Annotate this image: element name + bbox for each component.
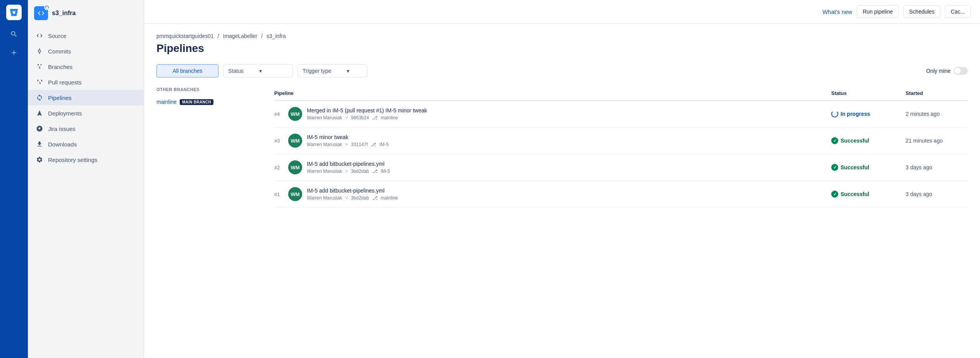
sidebar-item-pipelines[interactable]: Pipelines bbox=[28, 90, 144, 105]
sidebar-item-label-repository-settings: Repository settings bbox=[48, 157, 98, 163]
breadcrumb-sep1: / bbox=[218, 33, 221, 39]
table-row: #4 WM Merged in IM-5 (pull request #1) I… bbox=[274, 101, 968, 127]
breadcrumb-sep2: / bbox=[261, 33, 264, 39]
branch-icon-2: ⎇ bbox=[372, 169, 378, 174]
pipeline-title-4[interactable]: Merged in IM-5 (pull request #1) IM-5 mi… bbox=[307, 107, 827, 114]
th-status: Status bbox=[831, 90, 901, 96]
sidebar-item-downloads[interactable]: Downloads bbox=[28, 136, 144, 152]
commit-icon-2: ⑂ bbox=[345, 169, 348, 174]
pipelines-icon bbox=[36, 94, 43, 102]
sidebar-item-deployments[interactable]: Deployments bbox=[28, 105, 144, 121]
commit-3: 331147f bbox=[351, 142, 368, 147]
page-title: Pipelines bbox=[156, 42, 968, 55]
pipeline-info-1: #1 WM IM-5 add bitbucket-pipelines.yml W… bbox=[274, 187, 827, 201]
pipelines-table: Pipeline Status Started #4 WM Merged in … bbox=[274, 87, 968, 208]
search-icon-rail[interactable] bbox=[6, 26, 22, 42]
whats-new-link[interactable]: What's new bbox=[822, 9, 852, 15]
status-cell-1: ✓ Successful bbox=[831, 191, 901, 198]
breadcrumb: pmmquickstartguides01 / ImageLabeller / … bbox=[156, 33, 968, 39]
branch-link-mainline[interactable]: mainline bbox=[156, 99, 177, 105]
run-pipeline-button[interactable]: Run pipeline bbox=[857, 5, 899, 18]
status-label-4: In progress bbox=[841, 111, 870, 117]
repo-icon bbox=[34, 6, 48, 20]
sidebar-item-commits[interactable]: Commits bbox=[28, 43, 144, 59]
pipeline-info-4: #4 WM Merged in IM-5 (pull request #1) I… bbox=[274, 107, 827, 121]
commit-icon-3: ⑂ bbox=[345, 142, 348, 147]
run-num-1: #1 bbox=[274, 191, 284, 197]
sidebar-item-repository-settings[interactable]: Repository settings bbox=[28, 152, 144, 167]
branch-icon-1: ⎇ bbox=[372, 195, 378, 201]
pipeline-meta-3: Warren Marusiak ⑂ 331147f ⎇ IM-5 bbox=[307, 142, 827, 147]
pipeline-title-2[interactable]: IM-5 add bitbucket-pipelines.yml bbox=[307, 161, 827, 167]
branch-3: IM-5 bbox=[379, 142, 389, 147]
author-2: Warren Marusiak bbox=[307, 169, 342, 174]
avatar-1: WM bbox=[288, 187, 302, 201]
only-mine-switch[interactable] bbox=[954, 67, 968, 75]
topbar-actions: What's new Run pipeline Schedules Cac... bbox=[822, 5, 971, 18]
started-2: 3 days ago bbox=[906, 164, 968, 170]
deployments-icon bbox=[36, 109, 43, 117]
other-branches-label: OTHER BRANCHES bbox=[156, 87, 265, 92]
caches-button[interactable]: Cac... bbox=[945, 5, 971, 18]
pipeline-details-2: IM-5 add bitbucket-pipelines.yml Warren … bbox=[307, 161, 827, 174]
pipeline-details-4: Merged in IM-5 (pull request #1) IM-5 mi… bbox=[307, 107, 827, 120]
branches-panel: OTHER BRANCHES mainline MAIN BRANCH bbox=[156, 87, 265, 208]
commit-4: 9863b24 bbox=[351, 115, 369, 120]
avatar-initials-1: WM bbox=[291, 191, 299, 197]
sidebar-item-jira-issues[interactable]: Jira issues bbox=[28, 121, 144, 136]
branch-item-mainline[interactable]: mainline MAIN BRANCH bbox=[156, 96, 265, 107]
left-rail bbox=[0, 0, 28, 358]
status-cell-3: ✓ Successful bbox=[831, 137, 901, 144]
jira-icon bbox=[36, 125, 43, 133]
filters-row: All branches Status ▾ Trigger type ▾ Onl… bbox=[156, 64, 968, 78]
pipeline-title-3[interactable]: IM-5 minor tweak bbox=[307, 134, 827, 140]
table-row: #3 WM IM-5 minor tweak Warren Marusiak ⑂… bbox=[274, 127, 968, 154]
status-filter[interactable]: Status ▾ bbox=[223, 64, 293, 77]
sidebar-item-source[interactable]: Source bbox=[28, 28, 144, 43]
status-cell-4: In progress bbox=[831, 110, 901, 117]
schedules-button[interactable]: Schedules bbox=[903, 5, 940, 18]
source-icon bbox=[36, 32, 43, 40]
pipeline-meta-2: Warren Marusiak ⑂ 3bd2dab ⎇ IM-5 bbox=[307, 169, 827, 174]
trigger-type-chevron-icon: ▾ bbox=[347, 68, 349, 74]
status-icon-1: ✓ bbox=[831, 191, 838, 198]
sidebar-item-branches[interactable]: Branches bbox=[28, 59, 144, 74]
avatar-4: WM bbox=[288, 107, 302, 121]
pipeline-details-3: IM-5 minor tweak Warren Marusiak ⑂ 33114… bbox=[307, 134, 827, 147]
settings-icon bbox=[36, 156, 43, 164]
status-icon-2: ✓ bbox=[831, 164, 838, 171]
breadcrumb-org[interactable]: pmmquickstartguides01 bbox=[156, 33, 214, 39]
trigger-type-filter-label: Trigger type bbox=[303, 68, 331, 74]
sidebar-item-pull-requests[interactable]: Pull requests bbox=[28, 74, 144, 90]
trigger-type-filter[interactable]: Trigger type ▾ bbox=[297, 64, 367, 77]
author-1: Warren Marusiak bbox=[307, 195, 342, 201]
avatar-2: WM bbox=[288, 160, 302, 174]
sidebar-item-label-pull-requests: Pull requests bbox=[48, 79, 82, 86]
only-mine-label: Only mine bbox=[926, 68, 951, 74]
breadcrumb-group[interactable]: ImageLabeller bbox=[223, 33, 258, 39]
author-4: Warren Marusiak bbox=[307, 115, 342, 120]
branch-icon-4: ⎇ bbox=[372, 115, 378, 120]
avatar-initials-4: WM bbox=[291, 111, 299, 117]
run-num-2: #2 bbox=[274, 165, 284, 170]
repo-header: s3_infra bbox=[28, 6, 144, 28]
bitbucket-logo[interactable] bbox=[6, 5, 22, 20]
status-cell-2: ✓ Successful bbox=[831, 164, 901, 171]
sidebar-item-label-commits: Commits bbox=[48, 48, 71, 55]
pipeline-meta-1: Warren Marusiak ⑂ 3bd2dab ⎇ mainline bbox=[307, 195, 827, 201]
branch-4: mainline bbox=[381, 115, 398, 120]
breadcrumb-repo[interactable]: s3_infra bbox=[266, 33, 286, 39]
pipeline-title-1[interactable]: IM-5 add bitbucket-pipelines.yml bbox=[307, 188, 827, 194]
downloads-icon bbox=[36, 140, 43, 148]
commit-icon-1: ⑂ bbox=[345, 195, 348, 201]
status-chevron-icon: ▾ bbox=[259, 68, 262, 74]
th-pipeline: Pipeline bbox=[274, 90, 827, 96]
all-branches-button[interactable]: All branches bbox=[156, 64, 218, 77]
sidebar-item-label-deployments: Deployments bbox=[48, 110, 82, 117]
commit-1: 3bd2dab bbox=[351, 195, 369, 201]
create-icon-rail[interactable] bbox=[6, 45, 22, 60]
pipeline-info-2: #2 WM IM-5 add bitbucket-pipelines.yml W… bbox=[274, 160, 827, 174]
th-started: Started bbox=[906, 90, 968, 96]
only-mine-toggle[interactable]: Only mine bbox=[926, 64, 968, 78]
toggle-knob bbox=[954, 68, 961, 74]
